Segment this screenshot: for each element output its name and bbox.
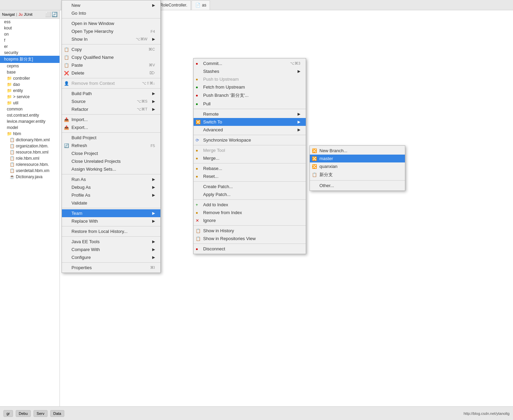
delete-icon: ❌ — [64, 71, 69, 76]
separator — [62, 262, 160, 263]
separator — [62, 44, 160, 44]
menu-item-import[interactable]: 📥 Import... — [62, 116, 160, 123]
menu-item-remove-index[interactable]: ● Remove from Index — [194, 209, 306, 216]
menu-item-xinfen-zhi[interactable]: 📋 新分支 — [310, 170, 405, 179]
submenu-arrow: ▶ — [152, 99, 155, 104]
menu-item-paste[interactable]: 📋 Paste ⌘V — [62, 61, 160, 69]
submenu-arrow: ▶ — [298, 120, 300, 124]
submenu-arrow: ▶ — [152, 177, 155, 182]
show-history-icon: 📋 — [196, 228, 201, 233]
menu-item-close-unrelated[interactable]: Close Unrelated Projects — [62, 157, 160, 165]
menu-item-new[interactable]: New ▶ — [62, 1, 160, 9]
menu-item-advanced[interactable]: Advanced ▶ — [194, 126, 306, 134]
menu-item-show-history[interactable]: 📋 Show in History — [194, 227, 306, 235]
menu-item-rebase[interactable]: ● Rebase... — [194, 165, 306, 172]
menu-item-apply-patch[interactable]: Apply Patch... — [194, 191, 306, 198]
menu-item-ignore[interactable]: ✕ Ignore — [194, 216, 306, 224]
menu-item-delete[interactable]: ❌ Delete ⌦ — [62, 69, 160, 77]
quanxian-icon: 🔀 — [312, 164, 317, 169]
menu-item-master[interactable]: 🔀 master — [310, 155, 405, 162]
menu-item-push-branch[interactable]: ● Push Branch '新分支'... — [194, 91, 306, 100]
switch-to-icon: 🔀 — [196, 120, 201, 124]
menu-item-new-branch[interactable]: 🔀 New Branch... — [310, 147, 405, 155]
separator — [194, 163, 306, 163]
remove-context-icon: 👤 — [64, 81, 69, 86]
menu-item-assign-sets[interactable]: Assign Working Sets... — [62, 165, 160, 173]
menu-item-open-hierarchy[interactable]: Open Type Hierarchy F4 — [62, 27, 160, 35]
menu-overlay: New ▶ Go Into Open in New Window Open Ty… — [0, 0, 513, 420]
add-index-icon: + — [196, 202, 198, 207]
menu-item-sync-workspace[interactable]: ⟳ Synchronize Workspace — [194, 136, 306, 144]
menu-item-run-as[interactable]: Run As ▶ — [62, 175, 160, 183]
menu-item-export[interactable]: 📤 Export... — [62, 123, 160, 131]
menu-item-stashes[interactable]: Stashes ▶ — [194, 67, 306, 75]
menu-item-validate[interactable]: Validate — [62, 199, 160, 207]
context-menu-team: ● Commit... ⌥⌘3 Stashes ▶ ● Push to Upst… — [193, 58, 306, 254]
separator — [310, 180, 405, 181]
menu-item-refresh[interactable]: 🔄 Refresh F5 — [62, 142, 160, 149]
separator — [194, 145, 306, 145]
separator — [62, 226, 160, 226]
menu-item-copy[interactable]: 📋 Copy ⌘C — [62, 45, 160, 53]
separator — [62, 208, 160, 208]
menu-item-build-path[interactable]: Build Path ▶ — [62, 90, 160, 97]
master-icon: 🔀 — [312, 156, 317, 161]
menu-item-pull[interactable]: ● Pull — [194, 100, 306, 108]
submenu-arrow: ▶ — [152, 107, 155, 111]
submenu-arrow: ▶ — [152, 185, 155, 189]
menu-item-java-ee-tools[interactable]: Java EE Tools ▶ — [62, 238, 160, 246]
menu-item-compare-with[interactable]: Compare With ▶ — [62, 246, 160, 253]
menu-item-switch-to[interactable]: 🔀 Switch To ▶ — [194, 118, 306, 126]
menu-item-debug-as[interactable]: Debug As ▶ — [62, 183, 160, 191]
context-menu-switchto: 🔀 New Branch... 🔀 master 🔀 quanxian 📋 新分… — [310, 145, 405, 191]
submenu-arrow: ▶ — [152, 211, 155, 215]
copy-icon: 📋 — [64, 47, 69, 52]
menu-item-profile-as[interactable]: Profile As ▶ — [62, 191, 160, 199]
menu-item-disconnect[interactable]: ● Disconnect — [194, 245, 306, 253]
menu-item-reset[interactable]: ● Reset... — [194, 172, 306, 180]
menu-item-open-window[interactable]: Open in New Window — [62, 19, 160, 27]
menu-item-merge-tool[interactable]: ● Merge Tool — [194, 146, 306, 154]
menu-item-push-upstream[interactable]: ● Push to Upstream — [194, 75, 306, 83]
menu-item-merge[interactable]: ● Merge... — [194, 154, 306, 162]
separator — [62, 88, 160, 89]
separator — [194, 199, 306, 200]
menu-item-configure[interactable]: Configure ▶ — [62, 253, 160, 261]
menu-item-create-patch[interactable]: Create Patch... — [194, 183, 306, 191]
menu-item-go-into[interactable]: Go Into — [62, 9, 160, 17]
pull-icon: ● — [196, 102, 198, 106]
ignore-icon: ✕ — [196, 218, 199, 223]
refresh-icon: 🔄 — [64, 143, 69, 148]
export-icon: 📤 — [64, 125, 69, 130]
menu-item-replace-with[interactable]: Replace With ▶ — [62, 217, 160, 225]
menu-item-add-index[interactable]: + Add to Index — [194, 201, 306, 209]
menu-item-commit[interactable]: ● Commit... ⌥⌘3 — [194, 60, 306, 67]
submenu-arrow: ▶ — [152, 255, 155, 260]
menu-item-restore-history[interactable]: Restore from Local History... — [62, 227, 160, 235]
menu-item-team[interactable]: Team ▶ — [62, 209, 160, 217]
menu-item-close-project[interactable]: Close Project — [62, 149, 160, 157]
menu-item-refactor[interactable]: Refactor ⌥⌘T ▶ — [62, 105, 160, 113]
separator — [62, 236, 160, 237]
menu-item-remote[interactable]: Remote ▶ — [194, 110, 306, 118]
menu-item-copy-qualified[interactable]: 📋 Copy Qualified Name — [62, 53, 160, 61]
merge-tool-icon: ● — [196, 148, 198, 153]
commit-icon: ● — [196, 61, 198, 66]
menu-item-show-in[interactable]: Show In ⌥⌘W ▶ — [62, 35, 160, 43]
menu-item-other[interactable]: Other... — [310, 182, 405, 189]
context-menu-main: New ▶ Go Into Open in New Window Open Ty… — [62, 0, 161, 273]
menu-item-source[interactable]: Source ⌥⌘S ▶ — [62, 97, 160, 105]
menu-item-properties[interactable]: Properties ⌘I — [62, 264, 160, 272]
separator — [194, 135, 306, 135]
menu-item-build-project[interactable]: Build Project — [62, 134, 160, 142]
menu-item-show-repositories[interactable]: 📋 Show in Repositories View — [194, 235, 306, 242]
separator — [194, 225, 306, 226]
merge-icon: ● — [196, 156, 198, 161]
sync-icon: ⟳ — [196, 138, 199, 143]
disconnect-icon: ● — [196, 247, 198, 251]
submenu-arrow: ▶ — [152, 3, 155, 8]
menu-item-quanxian[interactable]: 🔀 quanxian — [310, 162, 405, 170]
menu-item-remove-context[interactable]: 👤 Remove from Context ⌥⇧⌘↓ — [62, 79, 160, 87]
separator — [62, 174, 160, 174]
menu-item-fetch-upstream[interactable]: ● Fetch from Upstream — [194, 83, 306, 91]
